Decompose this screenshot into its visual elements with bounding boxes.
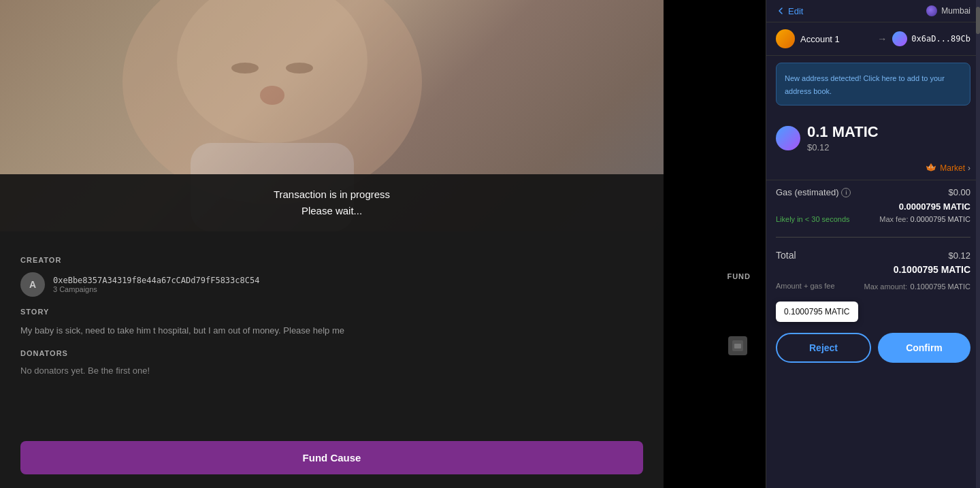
confirm-button[interactable]: Confirm <box>878 333 970 363</box>
market-row[interactable]: Market › <box>766 159 980 180</box>
tooltip-bubble: 0.1000795 MATIC <box>776 302 858 322</box>
loading-line2: Please wait... <box>301 205 362 216</box>
to-address-icon <box>892 31 907 46</box>
main-content: Transaction is in progress Please wait..… <box>0 0 664 488</box>
creator-address: 0xeBbe8357A34319f8e44a67cCADd79fF5833c8C… <box>53 276 259 285</box>
max-fee-value: 0.0000795 MATIC <box>911 215 970 223</box>
gas-info-icon[interactable]: i <box>841 188 851 197</box>
notification-text: New address detected! Click here to add … <box>785 74 945 95</box>
network-icon <box>926 5 937 16</box>
account-name: Account 1 <box>800 34 872 44</box>
mm-top-bar: Edit Mumbai <box>766 0 980 22</box>
content-area: CREATOR A 0xeBbe8357A34319f8e44a67cCADd7… <box>0 231 664 389</box>
svg-point-4 <box>260 86 284 105</box>
total-section: Total $0.12 0.1000795 MATIC Amount + gas… <box>766 244 980 297</box>
edit-label: Edit <box>788 6 803 16</box>
max-amount-label: Max amount: <box>864 282 907 291</box>
hero-image: Transaction is in progress Please wait..… <box>0 0 664 231</box>
arrow-icon: → <box>877 33 887 44</box>
tooltip-container: 0.1000795 MATIC <box>776 302 970 322</box>
creator-info: 0xeBbe8357A34319f8e44a67cCADd79fF5833c8C… <box>53 276 259 293</box>
account-row: Account 1 → 0x6aD...89Cb <box>766 22 980 56</box>
to-address-text: 0x6aD...89Cb <box>911 34 970 44</box>
network-indicator: Mumbai <box>926 5 970 16</box>
mm-scroll-area[interactable]: 0.1 MATIC $0.12 Market › <box>766 112 980 488</box>
gas-label: Gas (estimated) i <box>776 187 851 197</box>
donators-text: No donators yet. Be the first one! <box>20 365 643 376</box>
svg-point-3 <box>286 63 313 74</box>
svg-rect-7 <box>734 344 741 348</box>
amount-gas-row: Amount + gas fee Max amount: 0.1000795 M… <box>776 280 970 292</box>
max-amount-value: 0.1000795 MATIC <box>911 282 970 291</box>
account-icon <box>776 29 795 48</box>
amount-usd: $0.12 <box>807 142 879 152</box>
svg-point-2 <box>231 63 259 74</box>
campaign-image-placeholder <box>728 336 747 355</box>
total-usd: $0.12 <box>948 250 970 261</box>
loading-overlay: Transaction is in progress Please wait..… <box>0 174 664 231</box>
amount-section: 0.1 MATIC $0.12 <box>766 112 980 159</box>
amount-info: 0.1 MATIC $0.12 <box>807 123 879 152</box>
scrollbar-track[interactable] <box>976 0 980 488</box>
gas-sub-row: Likely in < 30 seconds Max fee: 0.000079… <box>776 215 970 223</box>
svg-point-14 <box>930 167 930 167</box>
total-label: Total <box>776 250 796 261</box>
svg-point-15 <box>932 167 933 167</box>
loading-line1: Transaction is in progress <box>274 189 390 200</box>
chevron-left-icon <box>776 6 785 16</box>
chevron-right-icon: › <box>968 163 970 173</box>
creator-campaigns: 3 Campaigns <box>53 285 259 293</box>
fund-label: FUND <box>727 272 751 280</box>
creator-row: A 0xeBbe8357A34319f8e44a67cCADd79fF5833c… <box>20 272 643 297</box>
total-row: Total $0.12 <box>776 250 970 261</box>
donators-section-label: DONATORS <box>20 349 643 357</box>
story-section-label: STORY <box>20 308 643 316</box>
max-fee-label: Max fee: 0.0000795 MATIC <box>879 215 970 223</box>
metamask-panel: Edit Mumbai Account 1 → 0x6aD...89Cb New… <box>766 0 980 488</box>
network-label: Mumbai <box>941 6 970 16</box>
to-address-row: 0x6aD...89Cb <box>892 31 970 46</box>
amount-gas-label: Amount + gas fee <box>776 282 835 290</box>
max-amount-container: Max amount: 0.1000795 MATIC <box>864 280 970 292</box>
gas-row: Gas (estimated) i $0.00 <box>776 187 970 197</box>
gas-matic: 0.0000795 MATIC <box>899 201 970 212</box>
matic-icon <box>776 126 800 150</box>
loading-text: Transaction is in progress Please wait..… <box>12 186 651 219</box>
creator-section-label: CREATOR <box>20 256 643 264</box>
edit-button[interactable]: Edit <box>776 6 803 16</box>
avatar: A <box>20 272 45 297</box>
story-text: My baby is sick, need to take him t hosp… <box>20 324 643 338</box>
metamask-fox-icon <box>925 162 937 174</box>
market-label: Market <box>940 163 965 173</box>
gas-section: Gas (estimated) i $0.00 0.0000795 MATIC … <box>766 180 980 230</box>
reject-button[interactable]: Reject <box>776 333 871 363</box>
new-address-notification[interactable]: New address detected! Click here to add … <box>776 63 970 105</box>
likely-label: Likely in < 30 seconds <box>776 215 850 223</box>
scrollbar-thumb[interactable] <box>976 7 980 34</box>
amount-matic: 0.1 MATIC <box>807 123 879 141</box>
divider <box>776 237 970 238</box>
fund-cause-button[interactable]: Fund Cause <box>20 441 643 474</box>
total-matic: 0.1000795 MATIC <box>894 264 970 275</box>
gas-usd: $0.00 <box>948 187 970 197</box>
action-buttons: Reject Confirm <box>766 326 980 372</box>
